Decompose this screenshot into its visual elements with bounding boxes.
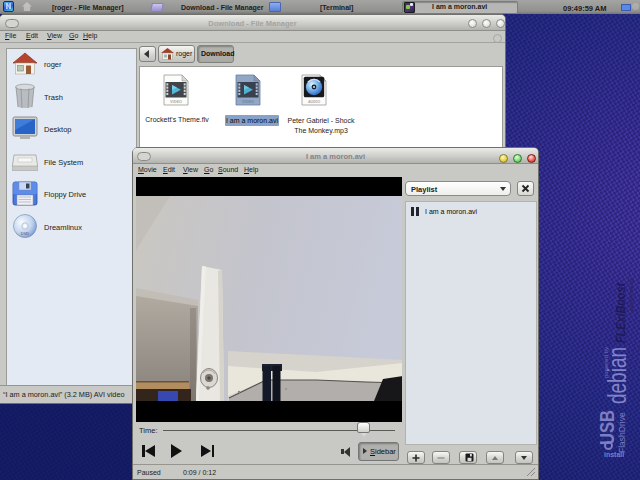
svg-text:VIDEO: VIDEO	[242, 100, 254, 104]
svg-text:DVD: DVD	[21, 231, 30, 236]
svg-text:VIDEO: VIDEO	[170, 100, 182, 104]
svg-text:AUDIO: AUDIO	[308, 100, 320, 104]
